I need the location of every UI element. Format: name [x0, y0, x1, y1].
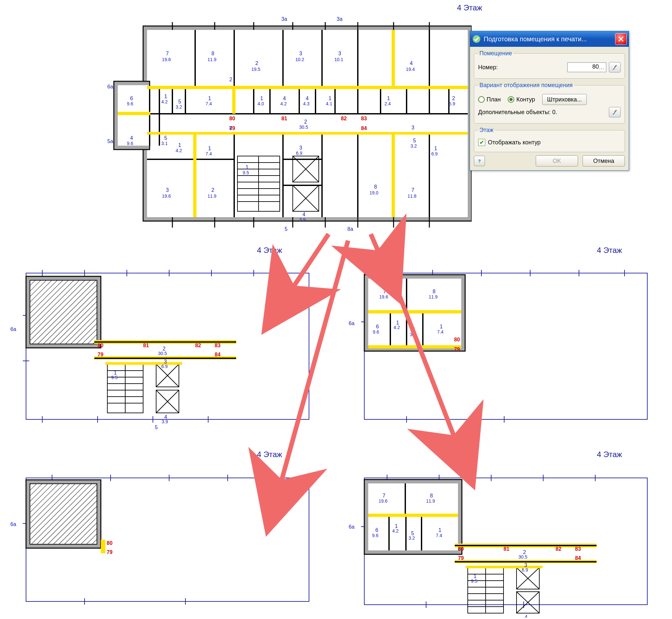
- svg-rect-155: [614, 65, 617, 68]
- show-contour-checkbox[interactable]: Отображать контур: [478, 139, 541, 146]
- svg-text:1: 1: [208, 95, 211, 101]
- svg-text:80: 80: [458, 546, 464, 552]
- svg-text:3.2: 3.2: [411, 143, 417, 149]
- radio-plan[interactable]: План: [478, 96, 501, 103]
- svg-text:7: 7: [383, 289, 386, 294]
- svg-text:9.5: 9.5: [471, 578, 478, 583]
- number-more-icon[interactable]: …: [599, 64, 605, 71]
- svg-text:82: 82: [195, 343, 201, 348]
- svg-text:4.2: 4.2: [393, 325, 400, 330]
- svg-text:4.2: 4.2: [281, 101, 287, 106]
- svg-text:1: 1: [164, 94, 167, 99]
- svg-text:3.9: 3.9: [162, 419, 168, 424]
- svg-text:83: 83: [575, 546, 581, 552]
- help-button[interactable]: ?: [474, 156, 485, 166]
- ok-button[interactable]: OK: [536, 155, 578, 166]
- svg-text:4.3: 4.3: [303, 101, 310, 106]
- svg-text:1: 1: [387, 95, 390, 101]
- svg-text:19.6: 19.6: [162, 57, 171, 62]
- show-contour-label: Отображать контур: [488, 139, 541, 146]
- svg-text:4: 4: [303, 212, 305, 217]
- svg-text:82: 82: [341, 116, 347, 121]
- variant-4: 719.6 811.9 69.6 14.2 53.2 17.4 80 79 81…: [342, 462, 667, 618]
- svg-text:8: 8: [430, 493, 433, 498]
- eyedropper-button[interactable]: [609, 62, 621, 72]
- svg-text:80: 80: [107, 540, 113, 546]
- svg-text:19.0: 19.0: [369, 190, 378, 195]
- svg-rect-66: [391, 30, 395, 88]
- svg-rect-223: [368, 345, 461, 348]
- svg-rect-197: [105, 362, 182, 365]
- svg-text:3.1: 3.1: [161, 141, 168, 146]
- svg-text:11.9: 11.9: [207, 57, 216, 62]
- svg-text:83: 83: [361, 116, 367, 121]
- svg-text:2.4: 2.4: [384, 101, 391, 106]
- svg-text:4.2: 4.2: [176, 148, 182, 153]
- svg-text:84: 84: [575, 555, 581, 561]
- svg-text:30.5: 30.5: [158, 351, 167, 356]
- svg-text:84: 84: [361, 126, 367, 131]
- svg-text:10.1: 10.1: [334, 57, 343, 62]
- app-icon: [472, 35, 481, 44]
- svg-text:7.4: 7.4: [436, 533, 442, 538]
- svg-text:81: 81: [143, 343, 149, 348]
- svg-text:6: 6: [376, 324, 379, 329]
- svg-text:6a: 6a: [349, 524, 355, 530]
- radio-plan-bullet: [478, 96, 485, 103]
- svg-text:4: 4: [283, 95, 286, 101]
- svg-text:9.6: 9.6: [372, 533, 379, 538]
- floor-label-v2: 4 Этаж: [597, 246, 622, 255]
- svg-text:30.5: 30.5: [518, 554, 527, 559]
- radio-contour-bullet: [508, 96, 514, 103]
- svg-text:3: 3: [412, 125, 414, 130]
- number-label: Номер:: [478, 64, 498, 71]
- svg-text:2: 2: [255, 61, 258, 66]
- svg-text:11.8: 11.8: [408, 194, 416, 199]
- group-view: Вариант отображения помещения План Конту…: [474, 82, 625, 124]
- svg-text:81: 81: [503, 546, 509, 552]
- svg-text:4.2: 4.2: [392, 528, 399, 534]
- radio-plan-label: План: [487, 96, 501, 103]
- svg-text:10.2: 10.2: [295, 57, 304, 62]
- dialog-body: Помещение Номер: 80 … Вариант отображени…: [470, 47, 629, 170]
- close-button[interactable]: [615, 33, 627, 45]
- hatch-button[interactable]: Штриховка...: [542, 94, 587, 105]
- svg-text:9.6: 9.6: [373, 329, 379, 335]
- variant-3: 80 79 6a: [3, 462, 328, 614]
- floor-label-v3: 4 Этаж: [257, 450, 282, 459]
- page: 4 Этаж: [0, 0, 672, 619]
- svg-rect-5: [118, 85, 149, 146]
- group-room: Помещение Номер: 80 …: [474, 50, 625, 79]
- svg-text:8: 8: [229, 126, 232, 131]
- number-input[interactable]: 80 …: [567, 62, 606, 72]
- svg-text:1: 1: [246, 164, 248, 170]
- dialog-titlebar[interactable]: Подготовка помещения к печати...: [470, 31, 629, 47]
- svg-text:19.4: 19.4: [406, 67, 415, 72]
- svg-text:2: 2: [229, 77, 232, 82]
- radio-contour[interactable]: Контур: [508, 96, 535, 103]
- eyedropper-button-2[interactable]: [609, 107, 621, 117]
- svg-text:6a: 6a: [10, 522, 16, 527]
- svg-text:1: 1: [434, 146, 437, 151]
- svg-rect-306: [466, 566, 543, 568]
- group-floor-legend: Этаж: [478, 127, 495, 134]
- svg-text:9.5: 9.5: [243, 170, 249, 175]
- svg-text:3.2: 3.2: [409, 536, 415, 541]
- svg-rect-156: [614, 110, 617, 113]
- svg-text:9.6: 9.6: [127, 101, 133, 106]
- svg-text:79: 79: [458, 555, 464, 561]
- svg-text:11.9: 11.9: [429, 294, 437, 299]
- main-floorplan: 3a 3a 6a 5a 5 8a: [101, 16, 472, 232]
- svg-text:80: 80: [229, 116, 235, 121]
- svg-text:4: 4: [130, 135, 133, 141]
- cancel-button[interactable]: Отмена: [583, 155, 625, 166]
- svg-text:7.4: 7.4: [205, 151, 212, 156]
- svg-text:9.6: 9.6: [127, 141, 133, 146]
- group-view-legend: Вариант отображения помещения: [478, 82, 574, 89]
- svg-text:19.6: 19.6: [379, 294, 388, 299]
- svg-text:3: 3: [166, 187, 169, 193]
- svg-text:2: 2: [211, 187, 215, 193]
- svg-text:4.2: 4.2: [161, 99, 168, 105]
- svg-text:1: 1: [328, 95, 331, 101]
- svg-text:81: 81: [281, 116, 287, 121]
